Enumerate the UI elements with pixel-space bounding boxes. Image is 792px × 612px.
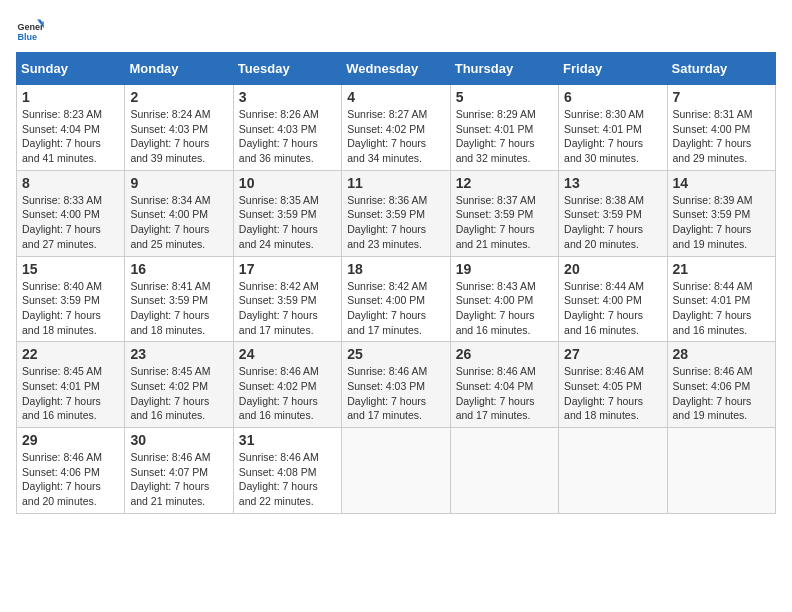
sunset-label: Sunset: 4:04 PM: [22, 123, 100, 135]
sunset-label: Sunset: 3:59 PM: [22, 294, 100, 306]
day-info: Sunrise: 8:38 AM Sunset: 3:59 PM Dayligh…: [564, 193, 661, 252]
sunrise-label: Sunrise: 8:27 AM: [347, 108, 427, 120]
header-day-friday: Friday: [559, 53, 667, 85]
daylight-label: Daylight: 7 hours and 16 minutes.: [130, 395, 209, 422]
calendar-cell: 19 Sunrise: 8:43 AM Sunset: 4:00 PM Dayl…: [450, 256, 558, 342]
calendar-cell: 6 Sunrise: 8:30 AM Sunset: 4:01 PM Dayli…: [559, 85, 667, 171]
day-number: 7: [673, 89, 770, 105]
daylight-label: Daylight: 7 hours and 23 minutes.: [347, 223, 426, 250]
day-info: Sunrise: 8:42 AM Sunset: 4:00 PM Dayligh…: [347, 279, 444, 338]
daylight-label: Daylight: 7 hours and 41 minutes.: [22, 137, 101, 164]
day-info: Sunrise: 8:43 AM Sunset: 4:00 PM Dayligh…: [456, 279, 553, 338]
header-day-sunday: Sunday: [17, 53, 125, 85]
day-number: 1: [22, 89, 119, 105]
sunset-label: Sunset: 3:59 PM: [564, 208, 642, 220]
daylight-label: Daylight: 7 hours and 39 minutes.: [130, 137, 209, 164]
calendar-cell: 25 Sunrise: 8:46 AM Sunset: 4:03 PM Dayl…: [342, 342, 450, 428]
daylight-label: Daylight: 7 hours and 19 minutes.: [673, 395, 752, 422]
calendar-cell: 10 Sunrise: 8:35 AM Sunset: 3:59 PM Dayl…: [233, 170, 341, 256]
day-number: 2: [130, 89, 227, 105]
day-info: Sunrise: 8:34 AM Sunset: 4:00 PM Dayligh…: [130, 193, 227, 252]
day-number: 28: [673, 346, 770, 362]
day-info: Sunrise: 8:42 AM Sunset: 3:59 PM Dayligh…: [239, 279, 336, 338]
sunrise-label: Sunrise: 8:46 AM: [673, 365, 753, 377]
week-row-4: 22 Sunrise: 8:45 AM Sunset: 4:01 PM Dayl…: [17, 342, 776, 428]
daylight-label: Daylight: 7 hours and 24 minutes.: [239, 223, 318, 250]
calendar-cell: 8 Sunrise: 8:33 AM Sunset: 4:00 PM Dayli…: [17, 170, 125, 256]
daylight-label: Daylight: 7 hours and 16 minutes.: [22, 395, 101, 422]
sunrise-label: Sunrise: 8:41 AM: [130, 280, 210, 292]
sunset-label: Sunset: 3:59 PM: [130, 294, 208, 306]
sunset-label: Sunset: 4:02 PM: [347, 123, 425, 135]
sunset-label: Sunset: 4:05 PM: [564, 380, 642, 392]
sunset-label: Sunset: 4:02 PM: [239, 380, 317, 392]
day-number: 8: [22, 175, 119, 191]
day-number: 22: [22, 346, 119, 362]
header-day-tuesday: Tuesday: [233, 53, 341, 85]
sunrise-label: Sunrise: 8:39 AM: [673, 194, 753, 206]
sunrise-label: Sunrise: 8:42 AM: [347, 280, 427, 292]
day-number: 15: [22, 261, 119, 277]
day-info: Sunrise: 8:46 AM Sunset: 4:04 PM Dayligh…: [456, 364, 553, 423]
day-info: Sunrise: 8:46 AM Sunset: 4:07 PM Dayligh…: [130, 450, 227, 509]
week-row-1: 1 Sunrise: 8:23 AM Sunset: 4:04 PM Dayli…: [17, 85, 776, 171]
day-number: 23: [130, 346, 227, 362]
day-number: 4: [347, 89, 444, 105]
header-day-monday: Monday: [125, 53, 233, 85]
header-row: SundayMondayTuesdayWednesdayThursdayFrid…: [17, 53, 776, 85]
day-info: Sunrise: 8:45 AM Sunset: 4:02 PM Dayligh…: [130, 364, 227, 423]
sunset-label: Sunset: 4:01 PM: [564, 123, 642, 135]
day-info: Sunrise: 8:45 AM Sunset: 4:01 PM Dayligh…: [22, 364, 119, 423]
sunset-label: Sunset: 4:00 PM: [347, 294, 425, 306]
daylight-label: Daylight: 7 hours and 18 minutes.: [22, 309, 101, 336]
calendar-cell: 21 Sunrise: 8:44 AM Sunset: 4:01 PM Dayl…: [667, 256, 775, 342]
day-number: 13: [564, 175, 661, 191]
sunrise-label: Sunrise: 8:46 AM: [239, 451, 319, 463]
day-number: 31: [239, 432, 336, 448]
day-number: 19: [456, 261, 553, 277]
day-info: Sunrise: 8:44 AM Sunset: 4:00 PM Dayligh…: [564, 279, 661, 338]
daylight-label: Daylight: 7 hours and 30 minutes.: [564, 137, 643, 164]
day-info: Sunrise: 8:40 AM Sunset: 3:59 PM Dayligh…: [22, 279, 119, 338]
calendar-cell: 31 Sunrise: 8:46 AM Sunset: 4:08 PM Dayl…: [233, 428, 341, 514]
day-info: Sunrise: 8:46 AM Sunset: 4:03 PM Dayligh…: [347, 364, 444, 423]
calendar-cell: 20 Sunrise: 8:44 AM Sunset: 4:00 PM Dayl…: [559, 256, 667, 342]
day-info: Sunrise: 8:46 AM Sunset: 4:02 PM Dayligh…: [239, 364, 336, 423]
day-info: Sunrise: 8:39 AM Sunset: 3:59 PM Dayligh…: [673, 193, 770, 252]
sunset-label: Sunset: 4:00 PM: [456, 294, 534, 306]
sunrise-label: Sunrise: 8:46 AM: [239, 365, 319, 377]
week-row-3: 15 Sunrise: 8:40 AM Sunset: 3:59 PM Dayl…: [17, 256, 776, 342]
daylight-label: Daylight: 7 hours and 25 minutes.: [130, 223, 209, 250]
day-number: 16: [130, 261, 227, 277]
daylight-label: Daylight: 7 hours and 16 minutes.: [456, 309, 535, 336]
sunrise-label: Sunrise: 8:46 AM: [564, 365, 644, 377]
day-info: Sunrise: 8:27 AM Sunset: 4:02 PM Dayligh…: [347, 107, 444, 166]
sunrise-label: Sunrise: 8:46 AM: [347, 365, 427, 377]
sunrise-label: Sunrise: 8:45 AM: [130, 365, 210, 377]
sunset-label: Sunset: 4:07 PM: [130, 466, 208, 478]
sunset-label: Sunset: 4:00 PM: [22, 208, 100, 220]
sunrise-label: Sunrise: 8:33 AM: [22, 194, 102, 206]
calendar-table: SundayMondayTuesdayWednesdayThursdayFrid…: [16, 52, 776, 514]
calendar-cell: 1 Sunrise: 8:23 AM Sunset: 4:04 PM Dayli…: [17, 85, 125, 171]
sunrise-label: Sunrise: 8:36 AM: [347, 194, 427, 206]
day-number: 18: [347, 261, 444, 277]
day-number: 17: [239, 261, 336, 277]
calendar-cell: 16 Sunrise: 8:41 AM Sunset: 3:59 PM Dayl…: [125, 256, 233, 342]
sunrise-label: Sunrise: 8:35 AM: [239, 194, 319, 206]
week-row-2: 8 Sunrise: 8:33 AM Sunset: 4:00 PM Dayli…: [17, 170, 776, 256]
day-info: Sunrise: 8:24 AM Sunset: 4:03 PM Dayligh…: [130, 107, 227, 166]
sunrise-label: Sunrise: 8:44 AM: [564, 280, 644, 292]
sunset-label: Sunset: 3:59 PM: [239, 294, 317, 306]
daylight-label: Daylight: 7 hours and 18 minutes.: [564, 395, 643, 422]
header: General Blue: [16, 16, 776, 44]
sunset-label: Sunset: 3:59 PM: [456, 208, 534, 220]
calendar-cell: 2 Sunrise: 8:24 AM Sunset: 4:03 PM Dayli…: [125, 85, 233, 171]
day-info: Sunrise: 8:29 AM Sunset: 4:01 PM Dayligh…: [456, 107, 553, 166]
day-info: Sunrise: 8:31 AM Sunset: 4:00 PM Dayligh…: [673, 107, 770, 166]
sunrise-label: Sunrise: 8:30 AM: [564, 108, 644, 120]
daylight-label: Daylight: 7 hours and 17 minutes.: [347, 309, 426, 336]
daylight-label: Daylight: 7 hours and 32 minutes.: [456, 137, 535, 164]
day-info: Sunrise: 8:33 AM Sunset: 4:00 PM Dayligh…: [22, 193, 119, 252]
calendar-cell: 26 Sunrise: 8:46 AM Sunset: 4:04 PM Dayl…: [450, 342, 558, 428]
